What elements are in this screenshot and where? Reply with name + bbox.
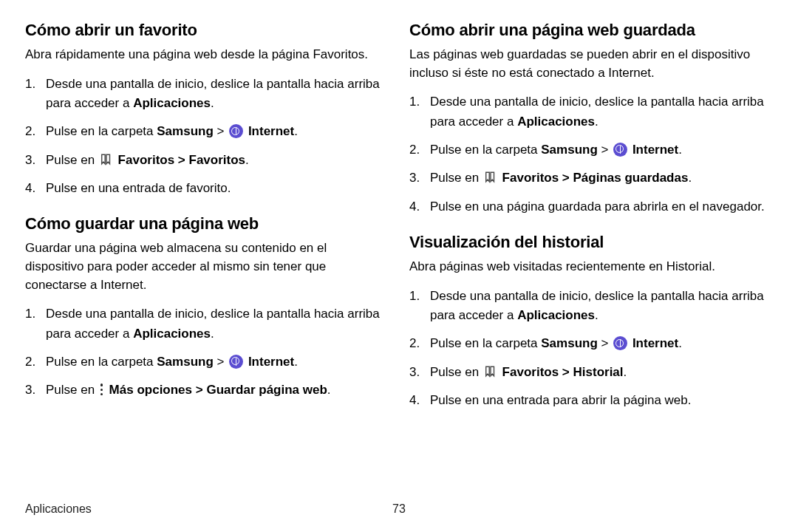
- step-text: Pulse en: [430, 171, 482, 185]
- step-sep: >: [559, 171, 573, 185]
- step-text: .: [624, 365, 627, 379]
- term-internet: Internet: [245, 355, 294, 369]
- step-sep: >: [214, 355, 228, 369]
- step-text: Pulse en una página guardada para abrirl…: [430, 200, 765, 214]
- step: Pulse en una página guardada para abrirl…: [409, 197, 773, 216]
- step-text: Pulse en la carpeta: [430, 143, 541, 157]
- step-text: .: [294, 355, 298, 369]
- heading-open-favorite: Cómo abrir un favorito: [25, 21, 389, 40]
- step-text: .: [327, 383, 331, 397]
- step-text: .: [245, 153, 249, 167]
- intro-open-saved: Las páginas web guardadas se pueden abri…: [409, 46, 773, 82]
- term-aplicaciones: Aplicaciones: [517, 308, 595, 322]
- footer-page-number: 73: [392, 502, 406, 516]
- internet-icon: [229, 124, 243, 138]
- bookmark-icon: [100, 153, 113, 166]
- page-content: Cómo abrir un favorito Abra rápidamente …: [0, 0, 798, 502]
- heading-history: Visualización del historial: [409, 233, 773, 252]
- step-text: Pulse en la carpeta: [46, 355, 157, 369]
- step: Pulse en Favoritos > Favoritos.: [25, 151, 389, 170]
- intro-save-page: Guardar una página web almacena su conte…: [25, 239, 389, 294]
- step: Desde una pantalla de inicio, deslice la…: [25, 304, 389, 344]
- term-mas-opciones: Más opciones: [106, 383, 192, 397]
- step-sep: >: [559, 365, 573, 379]
- step-sep: >: [174, 153, 188, 167]
- step-text: Pulse en una entrada de favorito.: [46, 181, 231, 195]
- term-aplicaciones: Aplicaciones: [133, 96, 211, 110]
- step-text: Pulse en: [46, 153, 98, 167]
- step: Pulse en la carpeta Samsung > Internet.: [409, 334, 773, 353]
- left-column: Cómo abrir un favorito Abra rápidamente …: [25, 21, 389, 488]
- term-samsung: Samsung: [541, 143, 598, 157]
- step-text: .: [211, 96, 214, 110]
- term-favoritos: Favoritos: [499, 171, 559, 185]
- step-sep: >: [598, 143, 612, 157]
- step-text: Pulse en la carpeta: [46, 124, 157, 138]
- more-options-icon: [100, 383, 104, 396]
- footer-section-label: Aplicaciones: [25, 502, 392, 516]
- term-samsung: Samsung: [157, 124, 214, 138]
- term-aplicaciones: Aplicaciones: [133, 327, 211, 341]
- steps-open-favorite: Desde una pantalla de inicio, deslice la…: [25, 75, 389, 199]
- term-historial: Historial: [573, 365, 624, 379]
- term-favoritos: Favoritos: [115, 153, 174, 167]
- step: Pulse en Favoritos > Historial.: [409, 363, 773, 382]
- term-paginas-guardadas: Páginas guardadas: [573, 171, 689, 185]
- bookmark-icon: [484, 171, 497, 183]
- heading-open-saved: Cómo abrir una página web guardada: [409, 21, 773, 40]
- step: Pulse en Más opciones > Guardar página w…: [25, 381, 389, 400]
- term-internet: Internet: [245, 124, 294, 138]
- step-text: .: [294, 124, 298, 138]
- term-aplicaciones: Aplicaciones: [517, 115, 595, 129]
- step-text: .: [595, 115, 598, 129]
- step: Pulse en la carpeta Samsung > Internet.: [409, 140, 773, 160]
- intro-history: Abra páginas web visitadas recientemente…: [409, 258, 773, 276]
- step-text: Pulse en: [46, 383, 98, 397]
- term-internet: Internet: [629, 143, 678, 157]
- internet-icon: [229, 355, 243, 369]
- step-sep: >: [192, 383, 206, 397]
- step: Desde una pantalla de inicio, deslice la…: [409, 92, 773, 132]
- step: Pulse en la carpeta Samsung > Internet.: [25, 122, 389, 141]
- heading-save-page: Cómo guardar una página web: [25, 214, 389, 233]
- step-text: .: [678, 143, 682, 157]
- term-samsung: Samsung: [541, 336, 598, 350]
- step: Pulse en una entrada para abrir la págin…: [409, 391, 773, 410]
- step-sep: >: [214, 124, 228, 138]
- term-guardar-pagina: Guardar página web: [206, 383, 327, 397]
- right-column: Cómo abrir una página web guardada Las p…: [409, 21, 773, 488]
- step: Pulse en una entrada de favorito.: [25, 179, 389, 198]
- intro-open-favorite: Abra rápidamente una página web desde la…: [25, 46, 389, 64]
- step: Desde una pantalla de inicio, deslice la…: [409, 287, 773, 326]
- term-favoritos: Favoritos: [499, 365, 559, 379]
- step-text: Pulse en una entrada para abrir la págin…: [430, 393, 691, 407]
- term-favoritos-tab: Favoritos: [189, 153, 246, 167]
- step-text: .: [678, 336, 682, 350]
- step: Pulse en Favoritos > Páginas guardadas.: [409, 168, 773, 188]
- term-samsung: Samsung: [157, 355, 214, 369]
- steps-save-page: Desde una pantalla de inicio, deslice la…: [25, 304, 389, 400]
- step: Pulse en la carpeta Samsung > Internet.: [25, 352, 389, 372]
- step-text: .: [688, 171, 692, 185]
- bookmark-icon: [484, 365, 497, 378]
- step-text: Pulse en la carpeta: [430, 336, 541, 350]
- internet-icon: [613, 143, 627, 157]
- step-sep: >: [598, 336, 612, 350]
- steps-open-saved: Desde una pantalla de inicio, deslice la…: [409, 92, 773, 216]
- step-text: .: [595, 308, 598, 322]
- page-footer: Aplicaciones 73: [0, 502, 798, 516]
- term-internet: Internet: [629, 336, 678, 350]
- step: Desde una pantalla de inicio, deslice la…: [25, 75, 389, 114]
- internet-icon: [613, 336, 627, 350]
- step-text: Pulse en: [430, 365, 482, 379]
- steps-history: Desde una pantalla de inicio, deslice la…: [409, 287, 773, 411]
- step-text: .: [211, 327, 214, 341]
